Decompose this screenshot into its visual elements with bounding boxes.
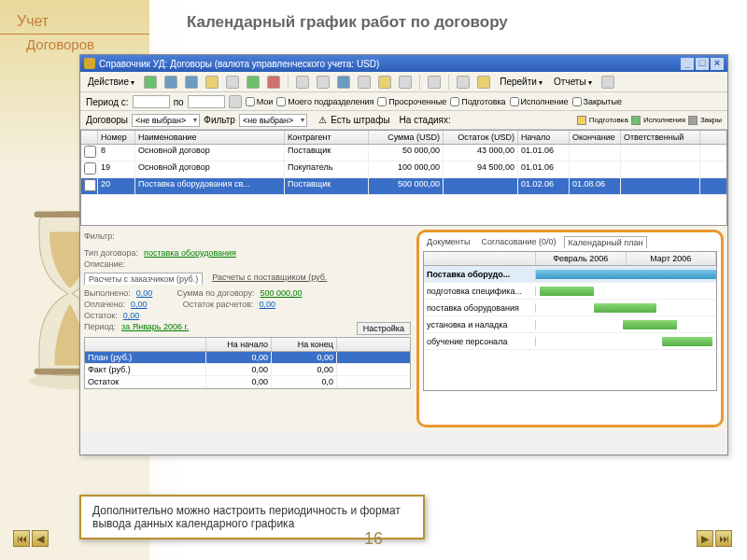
page-title: Календарный график работ по договору [187,13,508,32]
chk-my-dept[interactable] [276,97,286,106]
rtab-approval[interactable]: Согласование (0/0) [477,236,559,248]
find-icon[interactable] [205,76,218,89]
tool-icon-9[interactable] [428,76,441,89]
table-row[interactable]: 8Основной договорПоставщик50 000,0043 00… [81,145,726,161]
col-num[interactable]: Номер [98,131,135,144]
period-filter-bar: Период с: по Мои Моего подразделения Про… [80,92,727,111]
month-mar: Март 2006 [627,252,717,265]
calendar-icon[interactable] [457,76,470,89]
table-row[interactable]: 19Основной договорПокупатель100 000,0094… [81,161,726,178]
plan-table: На началоНа конец План (руб.)0,000,00Фак… [84,337,411,389]
menu-action[interactable]: Действие [86,76,136,88]
sidebar-title: Учет [0,0,149,34]
warning-icon: ⚠ [318,115,327,125]
chk-prep[interactable] [450,97,459,106]
chip-closed [688,116,698,125]
month-feb: Февраль 2006 [536,252,627,265]
add-icon[interactable] [144,76,157,89]
menubar: Действие Перейти Отчеты [80,72,727,92]
chk-overdue[interactable] [377,97,387,106]
tool-icon-7[interactable] [378,76,391,89]
plan-row[interactable]: План (руб.)0,000,00 [85,352,410,364]
settings-button[interactable]: Настройка [357,322,411,335]
copy-icon[interactable] [185,76,198,89]
window-title: Справочник УД: Договоры (валюта управлен… [99,59,379,69]
gantt-row[interactable]: Поставка оборудо... [424,266,716,283]
col-sum[interactable]: Сумма (USD) [369,131,444,144]
gantt-chart: Февраль 2006 Март 2006 Поставка оборудо.… [423,251,717,391]
filter-label: Фильтр [204,115,235,125]
col-cp[interactable]: Контрагент [285,131,369,144]
col-name[interactable]: Наименование [135,131,285,144]
table-row[interactable]: 20Поставка оборудования св...Поставщик50… [81,178,726,195]
gantt-row[interactable]: установка и наладка [424,316,716,333]
onstage-label: На стадиях: [400,115,451,125]
period-to-label: по [174,97,184,107]
period-from-input[interactable] [133,95,170,108]
chip-exec [631,116,641,125]
plan-row[interactable]: Факт (руб.)0,000,00 [85,364,410,376]
contract-type[interactable]: поставка оборудования [144,248,236,258]
sidebar-subtitle: Договоров [0,34,149,52]
col-end[interactable]: Окончание [570,131,621,144]
rtab-plan[interactable]: Календарный план [564,236,648,248]
chip-prep [577,116,586,125]
page-number: 16 [364,529,383,549]
nav-last[interactable]: ⏭ [715,530,732,547]
contracts-combo[interactable]: <не выбран> [132,114,200,127]
tool-icon-3[interactable] [296,76,309,89]
gantt-row[interactable]: обучение персонала [424,333,716,350]
app-icon [84,58,95,69]
edit-icon[interactable] [164,76,177,89]
period-to-input[interactable] [188,95,225,108]
callout-text: Дополнительно можно настроить периодично… [92,504,401,530]
rtab-docs[interactable]: Документы [423,236,473,248]
delete-icon[interactable] [267,76,280,89]
period-from-label: Период с: [86,97,129,107]
app-window: Справочник УД: Договоры (валюта управлен… [79,54,728,455]
chk-my[interactable] [246,97,255,106]
close-button[interactable]: × [711,58,724,70]
tool-icon-2[interactable] [247,76,260,89]
period-picker-icon[interactable] [229,95,242,108]
contracts-grid: Номер Наименование Контрагент Сумма (USD… [80,130,727,226]
minimize-button[interactable]: _ [681,58,694,70]
col-rest[interactable]: Остаток (USD) [444,131,518,144]
titlebar[interactable]: Справочник УД: Договоры (валюта управлен… [80,55,727,72]
contract-filter-bar: Договоры <не выбран> Фильтр <не выбран> … [80,111,727,130]
tool-icon-8[interactable] [399,76,412,89]
tool-icon-1[interactable] [226,76,239,89]
tab-customer[interactable]: Расчеты с заказчиком (руб.) [84,273,203,285]
gantt-row[interactable]: поставка оборудования [424,300,716,316]
calendar-plan-panel: Документы Согласование (0/0) Календарный… [416,230,724,427]
plan-row[interactable]: Остаток0,000,0 [85,376,410,388]
fines-label: Есть штрафы [331,115,389,125]
chk-exec[interactable] [510,97,519,106]
tool-icon-4[interactable] [317,76,330,89]
nav-next[interactable]: ▶ [697,530,713,547]
menu-goto[interactable]: Перейти [498,76,544,88]
question-icon[interactable] [601,76,614,89]
col-start[interactable]: Начало [518,131,570,144]
nav-first[interactable]: ⏮ [13,530,30,547]
tool-icon-6[interactable] [358,76,371,89]
menu-reports[interactable]: Отчеты [552,76,594,88]
tool-icon-5[interactable] [337,76,350,89]
details-left: Фильтр: Тип договора:поставка оборудован… [84,230,411,427]
filter-combo[interactable]: <не выбран> [239,114,307,127]
contracts-label: Договоры [86,115,128,125]
help-icon[interactable] [477,76,490,89]
maximize-button[interactable]: □ [696,58,709,70]
tab-supplier[interactable]: Расчеты с поставщиком (руб. [212,273,327,285]
col-resp[interactable]: Ответственный [621,131,700,144]
gantt-row[interactable]: подготовка специфика... [424,283,716,300]
nav-prev[interactable]: ◀ [32,530,49,547]
chk-closed[interactable] [572,97,582,106]
